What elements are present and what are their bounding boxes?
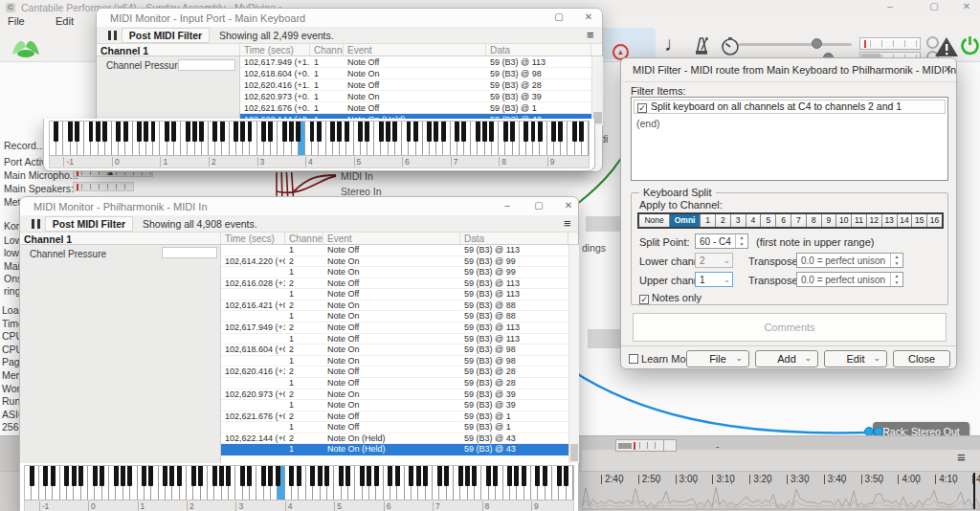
channel-button-omni[interactable]: Omni [670,214,701,227]
table-row[interactable]: 102,618.604 (+0...1Note On59 (B3) @ 98 [240,68,591,79]
piano-black-key[interactable] [472,466,477,486]
maximize-icon[interactable]: ▢ [550,11,568,22]
table-row[interactable]: 102,622.144 (+0...2Note On (Held)59 (B3)… [221,433,568,445]
piano-black-key[interactable] [192,122,197,142]
piano-black-key[interactable] [102,122,107,142]
menu-icon[interactable]: ≡ [564,218,571,230]
table-row[interactable]: 102,620.973 (+0...1Note On59 (B3) @ 39 [240,91,591,102]
channel-button-8[interactable]: 8 [807,214,822,227]
table-row[interactable]: 1Note On (Held)59 (B3) @ 43 [221,444,568,455]
piano-black-key[interactable] [51,466,56,486]
piano-black-key[interactable] [317,122,322,142]
checkbox-unchecked-icon[interactable] [629,354,638,364]
piano-black-key[interactable] [579,122,584,142]
piano-black-key[interactable] [538,122,543,142]
channel-button-4[interactable]: 4 [746,214,762,227]
table-row[interactable]: 1Note Off59 (B3) @ 113 [221,289,568,300]
piano-black-key[interactable] [177,466,182,486]
piano-black-key[interactable] [337,122,342,142]
piano-black-key[interactable] [114,466,119,486]
piano-black-key[interactable] [30,466,34,486]
upper-channel-select[interactable]: 1 ⌄ [695,272,733,287]
table-row[interactable]: 102,614.220 (+0...2Note On59 (B3) @ 99 [221,256,568,268]
comments-field[interactable]: Comments [633,313,947,342]
piano-black-key[interactable] [318,466,323,486]
piano-black-key[interactable] [427,122,432,142]
channel-pressure-value[interactable] [178,59,235,71]
piano-black-key[interactable] [144,122,148,142]
piano-black-key[interactable] [226,466,231,486]
piano-black-key[interactable] [358,122,363,142]
piano-black-key[interactable] [123,122,128,142]
table-row[interactable]: 1Note On59 (B3) @ 99 [221,267,568,278]
piano-black-key[interactable] [531,122,536,142]
col-channel[interactable]: Channel [310,44,344,56]
piano-black-key[interactable] [54,122,58,142]
piano-black-key[interactable] [324,466,329,486]
piano-black-key[interactable] [137,122,142,142]
col-event[interactable]: Event [344,44,486,56]
channel-button-1[interactable]: 1 [701,214,716,227]
piano-black-key[interactable] [121,466,125,486]
piano-black-key[interactable] [482,122,487,142]
channel-button-3[interactable]: 3 [731,214,746,227]
piano-black-key[interactable] [64,466,69,486]
table-row[interactable]: 1Note On59 (B3) @ 39 [221,400,568,411]
col-channel[interactable]: Channel [285,233,323,244]
table-row[interactable]: 102,620.973 (+0...2Note On59 (B3) @ 39 [221,389,568,401]
piano-black-key[interactable] [557,466,562,486]
table-row[interactable]: 102,616.028 (+1...2Note Off59 (B3) @ 113 [221,278,568,290]
piano-black-key[interactable] [507,466,512,486]
piano-keys[interactable] [49,121,590,156]
menu-icon[interactable]: ≡ [587,30,594,41]
table-row[interactable]: 102,618.604 (+0...2Note On59 (B3) @ 98 [221,344,568,356]
piano-black-key[interactable] [461,122,466,142]
channel-button-12[interactable]: 12 [867,214,882,227]
piano-black-key[interactable] [441,122,446,142]
piano-black-key[interactable] [220,122,225,142]
lower-channel-select[interactable]: 2 ⌄ [695,253,733,268]
piano-black-key[interactable] [379,122,384,142]
timeline-cursor[interactable] [973,473,975,509]
spinner-arrows-icon[interactable]: ▲▼ [890,254,902,267]
table-row[interactable]: 1Note Off59 (B3) @ 113 [221,334,568,345]
close-icon[interactable]: ✕ [941,63,954,76]
piano-black-key[interactable] [186,122,190,142]
piano-black-key[interactable] [75,122,79,142]
piano-black-key[interactable] [489,122,494,142]
piano-black-key[interactable] [535,466,540,486]
piano-black-key[interactable] [171,122,176,142]
piano-black-key[interactable] [310,122,315,142]
piano-black-key[interactable] [514,466,519,486]
piano-black-key[interactable] [268,122,273,142]
channel-button-10[interactable]: 10 [836,214,852,227]
channel-button-9[interactable]: 9 [822,214,837,227]
piano-black-key[interactable] [165,122,169,142]
close-icon[interactable]: ✕ [580,11,597,22]
filter-items-list[interactable]: ✓Split keyboard on all channels at C4 to… [631,97,948,181]
piano-black-key[interactable] [240,466,245,486]
piano-black-key[interactable] [486,466,491,486]
close-button[interactable]: Close [893,350,950,367]
table-row[interactable]: 102,616.421 (+0...2Note On59 (B3) @ 88 [221,300,568,312]
piano-black-key[interactable] [191,466,196,486]
piano-black-key[interactable] [476,122,480,142]
pause-icon[interactable] [32,219,40,229]
piano-black-key[interactable] [68,122,73,142]
piano-black-key[interactable] [386,122,390,142]
checkbox-checked-icon[interactable]: ✓ [639,295,649,304]
piano-black-key[interactable] [198,466,203,486]
col-data[interactable]: Data [460,233,568,244]
piano-black-key[interactable] [151,122,156,142]
scrollbar-thumb[interactable] [570,444,578,461]
piano-black-key[interactable] [345,122,349,142]
piano-black-key[interactable] [169,466,174,486]
table-row[interactable]: 1Note Off59 (B3) @ 28 [221,378,568,389]
close-icon[interactable]: ✕ [560,200,577,211]
piano-black-key[interactable] [276,466,280,486]
minimize-icon[interactable]: – [499,200,516,211]
add-dropdown-button[interactable]: Add⌄ [755,350,818,367]
menu-icon-media[interactable]: ≡ [957,452,966,463]
table-row[interactable]: 102,620.416 (+1...1Note Off59 (B3) @ 28 [240,79,591,91]
piano-black-key[interactable] [310,466,315,486]
